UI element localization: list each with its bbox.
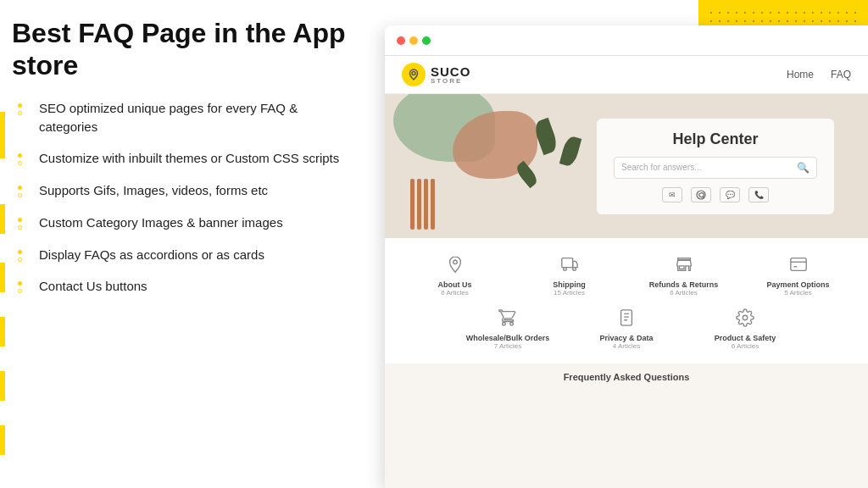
list-item: Display FAQs as accordions or as cards (12, 246, 351, 264)
leaf-decoration-3 (514, 161, 540, 189)
categories-grid-top: About Us 6 Articles Shipping 15 Articles (402, 252, 851, 297)
wholesale-articles: 7 Articles (494, 342, 521, 350)
left-accent-bars (0, 0, 10, 488)
email-contact-icon[interactable]: ✉ (662, 187, 682, 202)
bullet-dot-outline (18, 289, 22, 293)
shipping-label: Shipping (553, 280, 586, 289)
refunds-icon (671, 252, 697, 277)
list-item: Contact Us buttons (12, 277, 351, 296)
bullet-dot (18, 281, 22, 286)
svg-point-0 (412, 72, 415, 75)
minimize-window-button (409, 36, 418, 45)
product-safety-label: Product & Safety (715, 334, 776, 342)
search-icon: 🔍 (797, 162, 810, 174)
bullet-4 (12, 216, 27, 231)
logo-icon (402, 63, 426, 86)
wholesale-label: Wholesale/Bulk Orders (466, 334, 550, 342)
bullet-dot (18, 218, 22, 222)
help-center-title: Help Center (614, 130, 817, 148)
about-us-icon (442, 252, 468, 277)
category-refunds[interactable]: Refunds & Returns 6 Articles (631, 252, 737, 297)
categories-section: About Us 6 Articles Shipping 15 Articles (385, 238, 868, 363)
close-window-button (397, 36, 405, 45)
bullet-1 (12, 102, 27, 117)
about-us-label: About Us (438, 280, 472, 289)
bullet-5 (12, 248, 27, 263)
product-safety-icon (732, 305, 758, 330)
store-nav-links: Home FAQ (787, 69, 851, 80)
feature-text-1: SEO optimized unique pages for every FAQ… (39, 99, 351, 136)
bullet-dot-outline (18, 111, 22, 115)
store-navigation: SUCO STORE Home FAQ (385, 56, 868, 94)
feature-text-4: Custom Category Images & banner images (39, 214, 283, 232)
hero-section: Help Center Search for answers... 🔍 ✉ 💬 … (385, 94, 868, 238)
shipping-articles: 15 Articles (554, 289, 585, 297)
page-title: Best FAQ Page in the App store (12, 17, 351, 82)
stripe-bar (431, 179, 435, 230)
nav-link-home[interactable]: Home (787, 69, 814, 80)
faq-bottom-section: Frequently Asked Questions (385, 363, 868, 391)
bullet-dot (18, 103, 22, 108)
category-payment[interactable]: Payment Options 5 Articles (745, 252, 851, 297)
privacy-label: Privacy & Data (599, 334, 653, 342)
payment-articles: 5 Articles (784, 289, 811, 297)
contact-icons-row: ✉ 💬 📞 (614, 187, 817, 202)
feature-text-5: Display FAQs as accordions or as cards (39, 246, 264, 264)
search-input[interactable]: Search for answers... (621, 163, 797, 172)
store-logo: SUCO STORE (402, 63, 470, 86)
bullet-dot-outline (18, 258, 22, 262)
browser-mockup: SUCO STORE Home FAQ (385, 25, 868, 488)
svg-point-7 (743, 315, 748, 320)
list-item: Custom Category Images & banner images (12, 214, 351, 232)
bullet-dot (18, 250, 22, 254)
bullet-dot-outline (18, 225, 22, 230)
features-list: SEO optimized unique pages for every FAQ… (12, 99, 351, 296)
feature-text-3: Supports Gifs, Images, videos, forms etc (39, 181, 268, 200)
about-us-articles: 6 Articles (441, 289, 468, 297)
leaf-decoration-2 (559, 135, 581, 167)
nav-link-faq[interactable]: FAQ (831, 69, 851, 80)
product-safety-articles: 6 Articles (732, 342, 759, 350)
refunds-label: Refunds & Returns (649, 280, 719, 289)
browser-window-controls (397, 36, 431, 45)
bullet-2 (12, 152, 27, 167)
svg-rect-2 (561, 258, 572, 268)
bullet-dot-outline (18, 193, 22, 197)
list-item: Supports Gifs, Images, videos, forms etc (12, 181, 351, 200)
privacy-icon (614, 305, 639, 330)
svg-rect-5 (790, 258, 805, 271)
stripe-bar (424, 179, 428, 230)
help-center-box: Help Center Search for answers... 🔍 ✉ 💬 … (597, 119, 834, 214)
category-privacy[interactable]: Privacy & Data 4 Articles (571, 305, 682, 350)
list-item: SEO optimized unique pages for every FAQ… (12, 99, 351, 136)
payment-label: Payment Options (766, 280, 829, 289)
category-about-us[interactable]: About Us 6 Articles (402, 252, 508, 297)
browser-header (385, 25, 868, 56)
category-product-safety[interactable]: Product & Safety 6 Articles (690, 305, 800, 350)
feature-text-2: Customize with inbuilt themes or Custom … (39, 149, 339, 168)
svg-rect-6 (621, 310, 632, 325)
bullet-dot (18, 153, 22, 158)
bullet-dot-outline (18, 161, 22, 165)
category-wholesale[interactable]: Wholesale/Bulk Orders 7 Articles (453, 305, 563, 350)
bullet-dot (18, 186, 22, 190)
shape-stripe (410, 179, 444, 230)
faq-bottom-title: Frequently Asked Questions (402, 372, 851, 382)
search-bar[interactable]: Search for answers... 🔍 (614, 157, 817, 179)
stripe-bar (410, 179, 415, 230)
bullet-6 (12, 280, 27, 295)
payment-icon (786, 252, 811, 277)
category-shipping[interactable]: Shipping 15 Articles (516, 252, 622, 297)
refunds-articles: 6 Articles (670, 289, 697, 297)
phone-contact-icon[interactable]: 📞 (748, 187, 769, 202)
wholesale-icon (495, 305, 520, 330)
privacy-articles: 4 Articles (613, 342, 640, 350)
app-screenshot-panel: SUCO STORE Home FAQ (359, 0, 868, 488)
whatsapp-contact-icon[interactable] (691, 187, 711, 202)
svg-point-4 (572, 268, 576, 271)
bullet-3 (12, 184, 27, 199)
shipping-icon (557, 252, 582, 277)
categories-grid-bottom: Wholesale/Bulk Orders 7 Articles Privacy… (402, 305, 851, 350)
list-item: Customize with inbuilt themes or Custom … (12, 149, 351, 168)
chat-contact-icon[interactable]: 💬 (720, 187, 740, 202)
